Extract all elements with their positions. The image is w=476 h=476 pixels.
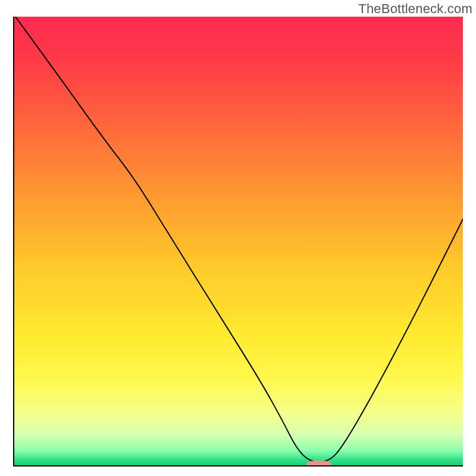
chart-svg	[13, 17, 463, 466]
gradient-background	[13, 17, 463, 466]
chart-frame: TheBottleneck.com	[0, 0, 476, 476]
plot-area	[13, 17, 463, 466]
watermark-text: TheBottleneck.com	[358, 1, 472, 17]
